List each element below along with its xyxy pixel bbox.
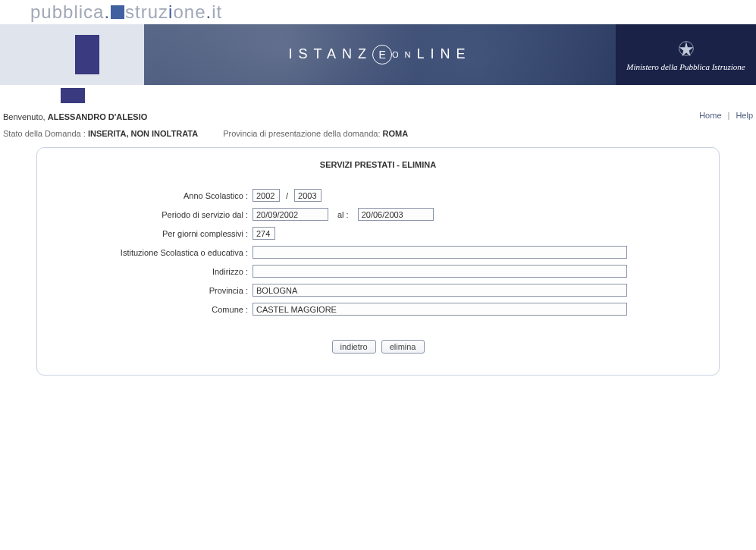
site-title-part2: struz [125, 2, 168, 22]
label-comune: Comune : [55, 305, 253, 314]
anno-separator: / [286, 191, 288, 200]
site-title-tld: it [212, 2, 222, 22]
site-title-part3: one [173, 2, 205, 22]
provincia-label: Provincia di presentazione della domanda… [223, 129, 382, 138]
banner-istanz: ISTANZ [288, 46, 372, 61]
banner-left [0, 24, 144, 85]
input-giorni[interactable] [253, 227, 275, 240]
site-title-dot1: . [104, 2, 110, 22]
status-line: Stato della Domanda : INSERITA, NON INOL… [0, 127, 756, 144]
sub-banner-left [0, 85, 144, 106]
banner-center: ISTANZEONLINE [144, 24, 616, 85]
row-provincia: Provincia : [55, 282, 701, 298]
form-panel: SERVIZI PRESTATI - ELIMINA Anno Scolasti… [36, 147, 720, 376]
banner-text: ISTANZEONLINE [288, 45, 471, 64]
input-anno-from[interactable] [253, 189, 280, 202]
label-indirizzo: Indirizzo : [55, 267, 253, 276]
indietro-button[interactable]: indietro [332, 340, 376, 354]
label-provincia-form: Provincia : [55, 286, 253, 295]
button-row: indietro elimina [55, 340, 701, 354]
ministry-label: Ministero della Pubblica Istruzione [626, 62, 745, 71]
banner-decor-block [75, 35, 99, 74]
sub-banner-decor-block [61, 88, 85, 103]
banner-circle-e: E [372, 45, 392, 64]
nav-separator: | [728, 111, 730, 120]
welcome-label: Benvenuto, [3, 112, 48, 121]
row-istituzione: Istituzione Scolastica o educativa : [55, 244, 701, 260]
welcome-username: ALESSANDRO D'ALESIO [48, 112, 148, 121]
input-istituzione[interactable] [253, 246, 627, 259]
input-data-dal[interactable] [253, 208, 328, 221]
banner: ISTANZEONLINE Ministero della Pubblica I… [0, 24, 756, 85]
nav-home-link[interactable]: Home [699, 111, 721, 120]
row-comune: Comune : [55, 301, 701, 317]
input-provincia[interactable] [253, 284, 627, 297]
input-comune[interactable] [253, 303, 627, 316]
nav-help-link[interactable]: Help [736, 111, 753, 120]
row-indirizzo: Indirizzo : [55, 263, 701, 279]
domanda-status-label: Stato della Domanda : [3, 129, 88, 138]
provincia-value: ROMA [383, 129, 409, 138]
site-title-part1: pubblica [30, 2, 104, 22]
input-indirizzo[interactable] [253, 265, 627, 278]
input-anno-to[interactable] [294, 189, 322, 202]
info-bar: Benvenuto, ALESSANDRO D'ALESIO Home | He… [0, 106, 756, 127]
elimina-button[interactable]: elimina [381, 340, 425, 354]
label-giorni: Per giorni complessivi : [55, 229, 253, 238]
site-title-dot2: . [205, 2, 212, 22]
row-anno-scolastico: Anno Scolastico : / [55, 187, 701, 203]
label-anno-scolastico: Anno Scolastico : [55, 191, 253, 200]
logo-box-icon [111, 5, 124, 19]
top-header: pubblica.struzione.it [0, 0, 756, 24]
label-al: al : [337, 210, 349, 219]
form-title: SERVIZI PRESTATI - ELIMINA [55, 160, 701, 169]
top-nav: Home | Help [699, 111, 753, 120]
label-periodo-dal: Periodo di servizio dal : [55, 210, 253, 219]
row-giorni: Per giorni complessivi : [55, 225, 701, 241]
site-title: pubblica.struzione.it [30, 2, 222, 23]
banner-line: LINE [417, 46, 472, 61]
banner-right: Ministero della Pubblica Istruzione [616, 24, 756, 85]
banner-on: ON [392, 50, 417, 59]
row-periodo: Periodo di servizio dal : al : [55, 206, 701, 222]
input-data-al[interactable] [358, 208, 434, 221]
domanda-status-value: INSERITA, NON INOLTRATA [88, 129, 198, 138]
label-istituzione: Istituzione Scolastica o educativa : [55, 248, 253, 257]
emblem-icon [676, 38, 697, 59]
welcome-line: Benvenuto, ALESSANDRO D'ALESIO [3, 111, 147, 123]
sub-banner [0, 85, 756, 106]
